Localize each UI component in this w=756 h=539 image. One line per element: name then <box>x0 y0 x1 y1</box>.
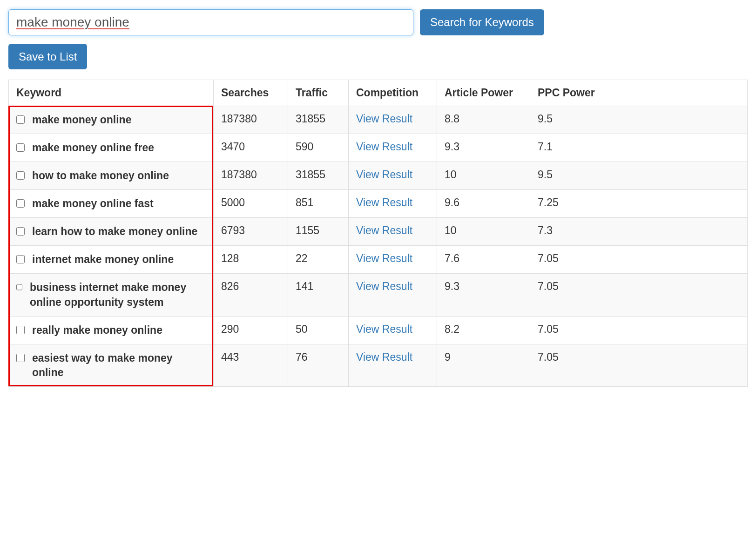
view-result-link[interactable]: View Result <box>356 113 412 125</box>
traffic-cell: 590 <box>288 134 349 162</box>
table-row: how to make money online18738031855View … <box>9 162 748 190</box>
competition-cell: View Result <box>349 316 437 344</box>
keyword-text: business internet make money online oppo… <box>30 280 206 309</box>
save-to-list-button[interactable]: Save to List <box>8 44 87 69</box>
ppc-power-cell: 7.05 <box>530 274 748 316</box>
competition-cell: View Result <box>349 344 437 386</box>
searches-cell: 5000 <box>214 190 288 218</box>
col-header-traffic[interactable]: Traffic <box>288 80 349 106</box>
competition-cell: View Result <box>349 218 437 246</box>
table-row: make money online free3470590View Result… <box>9 134 748 162</box>
traffic-cell: 31855 <box>288 162 349 190</box>
article-power-cell: 9 <box>437 344 530 386</box>
keyword-cell: make money online free <box>9 134 214 162</box>
keyword-cell: learn how to make money online <box>9 218 214 246</box>
view-result-link[interactable]: View Result <box>356 280 412 292</box>
ppc-power-cell: 7.1 <box>530 134 748 162</box>
col-header-article-power[interactable]: Article Power <box>437 80 530 106</box>
competition-cell: View Result <box>349 274 437 316</box>
competition-cell: View Result <box>349 190 437 218</box>
searches-cell: 187380 <box>214 162 288 190</box>
searches-cell: 826 <box>214 274 288 316</box>
keyword-text: make money online free <box>32 141 154 155</box>
table-row: easiest way to make money online44376Vie… <box>9 344 748 386</box>
keyword-text: learn how to make money online <box>32 224 197 239</box>
row-checkbox[interactable] <box>16 143 25 152</box>
col-header-competition[interactable]: Competition <box>349 80 437 106</box>
article-power-cell: 9.6 <box>437 190 530 218</box>
keyword-text: make money online <box>32 113 131 127</box>
keyword-cell: really make money online <box>9 316 214 344</box>
competition-cell: View Result <box>349 106 437 134</box>
article-power-cell: 8.2 <box>437 316 530 344</box>
keyword-cell: make money online <box>9 106 214 134</box>
competition-cell: View Result <box>349 134 437 162</box>
keyword-cell: business internet make money online oppo… <box>9 274 214 316</box>
searches-cell: 3470 <box>214 134 288 162</box>
search-keywords-button[interactable]: Search for Keywords <box>420 9 544 35</box>
keyword-table-container: Keyword Searches Traffic Competition Art… <box>8 80 748 387</box>
ppc-power-cell: 7.25 <box>530 190 748 218</box>
col-header-searches[interactable]: Searches <box>214 80 288 106</box>
view-result-link[interactable]: View Result <box>356 168 412 181</box>
keyword-text: internet make money online <box>32 252 174 267</box>
traffic-cell: 76 <box>288 344 349 386</box>
table-row: really make money online29050View Result… <box>9 316 748 344</box>
row-checkbox[interactable] <box>16 171 25 180</box>
competition-cell: View Result <box>349 246 437 274</box>
view-result-link[interactable]: View Result <box>356 141 412 153</box>
view-result-link[interactable]: View Result <box>356 252 412 264</box>
table-row: learn how to make money online67931155Vi… <box>9 218 748 246</box>
traffic-cell: 50 <box>288 316 349 344</box>
row-checkbox[interactable] <box>16 115 25 124</box>
ppc-power-cell: 7.05 <box>530 344 748 386</box>
keyword-text: really make money online <box>32 323 162 337</box>
traffic-cell: 31855 <box>288 106 349 134</box>
keyword-cell: make money online fast <box>9 190 214 218</box>
table-row: make money online18738031855View Result8… <box>9 106 748 134</box>
table-row: business internet make money online oppo… <box>9 274 748 316</box>
view-result-link[interactable]: View Result <box>356 351 412 363</box>
searches-cell: 6793 <box>214 218 288 246</box>
traffic-cell: 851 <box>288 190 349 218</box>
competition-cell: View Result <box>349 162 437 190</box>
keyword-cell: easiest way to make money online <box>9 344 214 386</box>
row-checkbox[interactable] <box>16 255 25 263</box>
row-checkbox[interactable] <box>16 283 22 291</box>
traffic-cell: 141 <box>288 274 349 316</box>
row-checkbox[interactable] <box>16 326 25 334</box>
searches-cell: 187380 <box>214 106 288 134</box>
keyword-cell: how to make money online <box>9 162 214 190</box>
view-result-link[interactable]: View Result <box>356 196 412 209</box>
row-checkbox[interactable] <box>16 227 25 236</box>
row-checkbox[interactable] <box>16 354 25 362</box>
ppc-power-cell: 7.05 <box>530 246 748 274</box>
keyword-text: how to make money online <box>32 168 169 183</box>
table-row: make money online fast5000851View Result… <box>9 190 748 218</box>
keyword-cell: internet make money online <box>9 246 214 274</box>
article-power-cell: 9.3 <box>437 134 530 162</box>
col-header-ppc-power[interactable]: PPC Power <box>530 80 748 106</box>
view-result-link[interactable]: View Result <box>356 323 412 335</box>
article-power-cell: 9.3 <box>437 274 530 316</box>
ppc-power-cell: 9.5 <box>530 106 748 134</box>
traffic-cell: 1155 <box>288 218 349 246</box>
article-power-cell: 10 <box>437 162 530 190</box>
ppc-power-cell: 7.05 <box>530 316 748 344</box>
col-header-keyword[interactable]: Keyword <box>9 80 214 106</box>
searches-cell: 443 <box>214 344 288 386</box>
keyword-search-input[interactable] <box>8 9 413 35</box>
ppc-power-cell: 7.3 <box>530 218 748 246</box>
article-power-cell: 8.8 <box>437 106 530 134</box>
article-power-cell: 10 <box>437 218 530 246</box>
row-checkbox[interactable] <box>16 199 25 208</box>
view-result-link[interactable]: View Result <box>356 224 412 236</box>
keyword-text: easiest way to make money online <box>32 351 206 380</box>
table-row: internet make money online12822View Resu… <box>9 246 748 274</box>
keyword-text: make money online fast <box>32 196 154 211</box>
keyword-results-table: Keyword Searches Traffic Competition Art… <box>8 80 748 387</box>
traffic-cell: 22 <box>288 246 349 274</box>
ppc-power-cell: 9.5 <box>530 162 748 190</box>
searches-cell: 290 <box>214 316 288 344</box>
searches-cell: 128 <box>214 246 288 274</box>
